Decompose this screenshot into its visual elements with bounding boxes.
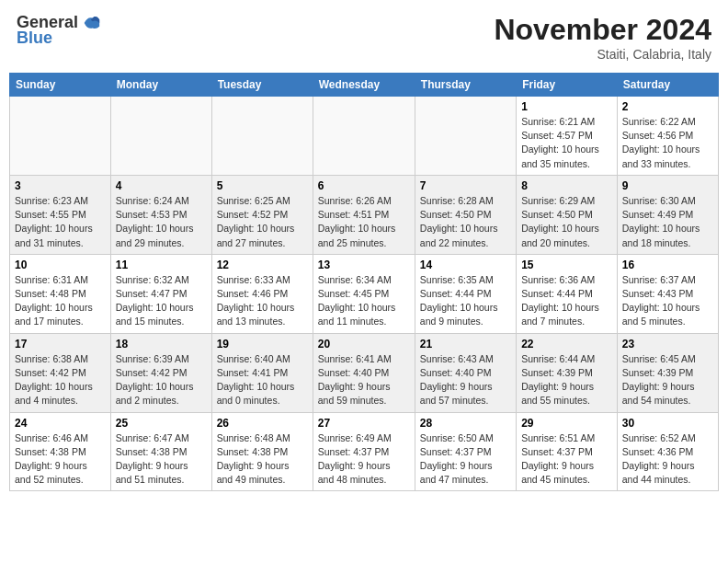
calendar-day-cell: 4Sunrise: 6:24 AMSunset: 4:53 PMDaylight… <box>110 175 211 254</box>
calendar-day-cell: 17Sunrise: 6:38 AMSunset: 4:42 PMDayligh… <box>10 333 111 412</box>
day-number: 25 <box>116 417 207 430</box>
day-info: Sunrise: 6:33 AMSunset: 4:46 PMDaylight:… <box>217 273 308 329</box>
calendar-day-cell: 10Sunrise: 6:31 AMSunset: 4:48 PMDayligh… <box>10 254 111 333</box>
weekday-header-sunday: Sunday <box>10 74 111 97</box>
day-number: 6 <box>318 179 410 192</box>
calendar-week-row: 24Sunrise: 6:46 AMSunset: 4:38 PMDayligh… <box>10 412 719 491</box>
calendar-day-cell: 8Sunrise: 6:29 AMSunset: 4:50 PMDaylight… <box>517 175 618 254</box>
calendar-day-cell: 20Sunrise: 6:41 AMSunset: 4:40 PMDayligh… <box>313 333 415 412</box>
day-number: 27 <box>318 417 410 430</box>
day-number: 1 <box>521 100 612 113</box>
calendar-day-cell: 15Sunrise: 6:36 AMSunset: 4:44 PMDayligh… <box>517 254 618 333</box>
day-info: Sunrise: 6:21 AMSunset: 4:57 PMDaylight:… <box>521 115 612 171</box>
day-number: 14 <box>420 259 511 271</box>
day-number: 23 <box>622 338 713 350</box>
calendar-day-cell: 19Sunrise: 6:40 AMSunset: 4:41 PMDayligh… <box>211 333 313 412</box>
calendar-day-cell: 30Sunrise: 6:52 AMSunset: 4:36 PMDayligh… <box>617 412 718 491</box>
weekday-header-wednesday: Wednesday <box>313 74 415 97</box>
calendar-day-cell: 3Sunrise: 6:23 AMSunset: 4:55 PMDaylight… <box>10 175 111 254</box>
calendar-day-cell: 9Sunrise: 6:30 AMSunset: 4:49 PMDaylight… <box>617 175 718 254</box>
day-number: 12 <box>217 259 308 271</box>
calendar-week-row: 17Sunrise: 6:38 AMSunset: 4:42 PMDayligh… <box>10 333 719 412</box>
day-info: Sunrise: 6:28 AMSunset: 4:50 PMDaylight:… <box>420 194 511 250</box>
calendar-day-cell: 6Sunrise: 6:26 AMSunset: 4:51 PMDaylight… <box>313 175 415 254</box>
day-number: 16 <box>622 259 713 271</box>
day-info: Sunrise: 6:45 AMSunset: 4:39 PMDaylight:… <box>622 352 713 408</box>
logo: General Blue <box>17 13 101 48</box>
day-info: Sunrise: 6:47 AMSunset: 4:38 PMDaylight:… <box>116 431 207 488</box>
day-number: 22 <box>521 338 612 350</box>
calendar-day-cell: 27Sunrise: 6:49 AMSunset: 4:37 PMDayligh… <box>313 412 415 491</box>
day-number: 4 <box>116 179 207 192</box>
day-info: Sunrise: 6:24 AMSunset: 4:53 PMDaylight:… <box>116 194 207 250</box>
calendar-day-cell: 26Sunrise: 6:48 AMSunset: 4:38 PMDayligh… <box>211 412 313 491</box>
weekday-header-monday: Monday <box>110 74 211 97</box>
calendar-day-cell: 24Sunrise: 6:46 AMSunset: 4:38 PMDayligh… <box>10 412 111 491</box>
weekday-header-friday: Friday <box>517 74 618 97</box>
day-info: Sunrise: 6:43 AMSunset: 4:40 PMDaylight:… <box>420 352 511 408</box>
day-info: Sunrise: 6:48 AMSunset: 4:38 PMDaylight:… <box>217 431 308 488</box>
day-info: Sunrise: 6:29 AMSunset: 4:50 PMDaylight:… <box>521 194 612 250</box>
day-number: 29 <box>521 417 612 430</box>
day-info: Sunrise: 6:51 AMSunset: 4:37 PMDaylight:… <box>521 431 612 488</box>
day-number: 28 <box>420 417 511 430</box>
day-info: Sunrise: 6:26 AMSunset: 4:51 PMDaylight:… <box>318 194 410 250</box>
calendar-day-cell: 11Sunrise: 6:32 AMSunset: 4:47 PMDayligh… <box>110 254 211 333</box>
day-info: Sunrise: 6:35 AMSunset: 4:44 PMDaylight:… <box>420 273 511 329</box>
calendar-week-row: 10Sunrise: 6:31 AMSunset: 4:48 PMDayligh… <box>10 254 719 333</box>
calendar-day-cell: 18Sunrise: 6:39 AMSunset: 4:42 PMDayligh… <box>110 333 211 412</box>
day-info: Sunrise: 6:30 AMSunset: 4:49 PMDaylight:… <box>622 194 713 250</box>
day-number: 18 <box>116 338 207 350</box>
calendar-day-cell <box>110 97 211 176</box>
calendar-day-cell: 25Sunrise: 6:47 AMSunset: 4:38 PMDayligh… <box>110 412 211 491</box>
calendar-day-cell: 21Sunrise: 6:43 AMSunset: 4:40 PMDayligh… <box>415 333 516 412</box>
calendar-day-cell: 23Sunrise: 6:45 AMSunset: 4:39 PMDayligh… <box>617 333 718 412</box>
day-number: 7 <box>420 179 511 192</box>
logo-icon <box>81 13 101 33</box>
calendar-week-row: 3Sunrise: 6:23 AMSunset: 4:55 PMDaylight… <box>10 175 719 254</box>
day-number: 10 <box>15 259 106 271</box>
calendar-day-cell: 2Sunrise: 6:22 AMSunset: 4:56 PMDaylight… <box>617 97 718 176</box>
day-info: Sunrise: 6:32 AMSunset: 4:47 PMDaylight:… <box>116 273 207 329</box>
calendar-table: SundayMondayTuesdayWednesdayThursdayFrid… <box>9 73 719 491</box>
day-info: Sunrise: 6:23 AMSunset: 4:55 PMDaylight:… <box>15 194 106 250</box>
calendar-day-cell: 7Sunrise: 6:28 AMSunset: 4:50 PMDaylight… <box>415 175 516 254</box>
day-number: 5 <box>217 179 308 192</box>
calendar-day-cell: 28Sunrise: 6:50 AMSunset: 4:37 PMDayligh… <box>415 412 516 491</box>
day-number: 19 <box>217 338 308 350</box>
weekday-header-thursday: Thursday <box>415 74 516 97</box>
calendar-day-cell <box>313 97 415 176</box>
day-number: 3 <box>15 179 106 192</box>
day-number: 21 <box>420 338 511 350</box>
day-number: 9 <box>622 179 713 192</box>
day-number: 17 <box>15 338 106 350</box>
calendar-day-cell: 14Sunrise: 6:35 AMSunset: 4:44 PMDayligh… <box>415 254 516 333</box>
page-header: General Blue November 2024 Staiti, Calab… <box>9 9 719 65</box>
calendar-day-cell: 5Sunrise: 6:25 AMSunset: 4:52 PMDaylight… <box>211 175 313 254</box>
weekday-header-saturday: Saturday <box>617 74 718 97</box>
day-number: 13 <box>318 259 410 271</box>
day-info: Sunrise: 6:52 AMSunset: 4:36 PMDaylight:… <box>622 431 713 488</box>
day-info: Sunrise: 6:40 AMSunset: 4:41 PMDaylight:… <box>217 352 308 408</box>
day-info: Sunrise: 6:37 AMSunset: 4:43 PMDaylight:… <box>622 273 713 329</box>
calendar-day-cell <box>10 97 111 176</box>
title-area: November 2024 Staiti, Calabria, Italy <box>494 13 711 62</box>
calendar-day-cell: 29Sunrise: 6:51 AMSunset: 4:37 PMDayligh… <box>517 412 618 491</box>
calendar-day-cell: 16Sunrise: 6:37 AMSunset: 4:43 PMDayligh… <box>617 254 718 333</box>
day-number: 24 <box>15 417 106 430</box>
day-info: Sunrise: 6:41 AMSunset: 4:40 PMDaylight:… <box>318 352 410 408</box>
calendar-week-row: 1Sunrise: 6:21 AMSunset: 4:57 PMDaylight… <box>10 97 719 176</box>
day-number: 30 <box>622 417 713 430</box>
day-info: Sunrise: 6:22 AMSunset: 4:56 PMDaylight:… <box>622 115 713 171</box>
day-info: Sunrise: 6:34 AMSunset: 4:45 PMDaylight:… <box>318 273 410 329</box>
month-title: November 2024 <box>494 13 711 47</box>
calendar-day-cell <box>211 97 313 176</box>
day-info: Sunrise: 6:50 AMSunset: 4:37 PMDaylight:… <box>420 431 511 488</box>
day-number: 20 <box>318 338 410 350</box>
calendar-day-cell: 22Sunrise: 6:44 AMSunset: 4:39 PMDayligh… <box>517 333 618 412</box>
calendar-day-cell: 13Sunrise: 6:34 AMSunset: 4:45 PMDayligh… <box>313 254 415 333</box>
day-info: Sunrise: 6:25 AMSunset: 4:52 PMDaylight:… <box>217 194 308 250</box>
day-number: 8 <box>521 179 612 192</box>
day-info: Sunrise: 6:46 AMSunset: 4:38 PMDaylight:… <box>15 431 106 488</box>
day-info: Sunrise: 6:49 AMSunset: 4:37 PMDaylight:… <box>318 431 410 488</box>
